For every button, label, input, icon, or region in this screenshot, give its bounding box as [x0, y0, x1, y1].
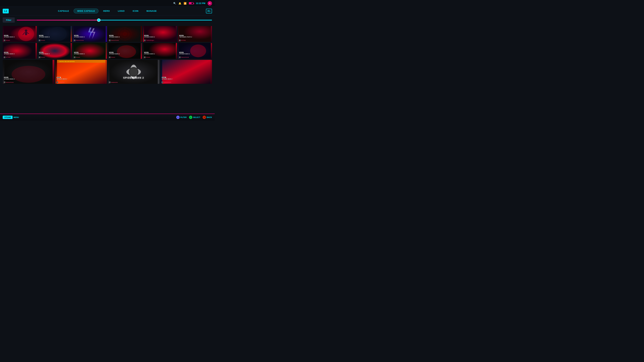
slider-track-inner	[17, 20, 212, 20]
a-button-icon[interactable]: A	[189, 116, 192, 119]
marvel-label: MARVEL	[4, 35, 8, 36]
game-logo: SPIDER-MAN 2	[123, 76, 144, 79]
game-title: SPIDER-MAN 2	[4, 78, 14, 80]
list-item[interactable]: MARVEL SPIDER-MAN 2 Monack	[38, 43, 72, 59]
game-thumbnail: MARVEL SPIDER-MAN 2	[160, 60, 212, 84]
r1-button[interactable]: R1	[206, 9, 212, 13]
bell-icon[interactable]: 🔔	[178, 2, 181, 5]
list-item[interactable]: MARVEL SPIDER-MAN 2 Monack	[3, 26, 37, 42]
author-avatar-icon	[109, 81, 110, 83]
b-button-icon[interactable]: B	[202, 116, 206, 119]
svg-point-24	[190, 44, 206, 57]
list-item[interactable]: MARVEL SPIDER-MAN 2 MassiveGoods	[73, 26, 107, 42]
marvel-label: MARVEL	[144, 52, 148, 53]
list-item[interactable]: DIGITAL DELUXE EDITION MARVEL SPIDER-MAN…	[55, 60, 107, 84]
filter-slider-container	[17, 19, 212, 21]
avatar[interactable]: ⊕	[208, 1, 212, 5]
game-title: SPIDER-MAN 2	[109, 53, 120, 55]
list-item[interactable]: MARVEL SPIDER-MAN 2 Unknown6949	[160, 60, 212, 84]
game-title: SPIDER-MAN 2	[162, 78, 172, 80]
nav-bar: L1 CAPSULE WIDE CAPSULE HERO LOGO ICON M…	[0, 7, 215, 15]
tab-capsule[interactable]: CAPSULE	[55, 9, 72, 13]
list-item[interactable]: MARVEL SPIDER-MAN 2 Monack	[73, 43, 107, 59]
author-name: Monack	[41, 57, 45, 58]
search-icon[interactable]: 🔍	[173, 2, 176, 5]
marvel-label: MARVEL	[109, 35, 113, 36]
list-item[interactable]: MARVEL SPIDER-MAN 2 Monack	[38, 26, 72, 42]
back-action: B BACK	[202, 116, 212, 119]
author-avatar-icon	[4, 81, 5, 83]
marvel-label: MARVEL	[39, 35, 43, 36]
l1-button[interactable]: L1	[3, 9, 9, 13]
slider-fill	[17, 20, 99, 20]
author-avatar-icon	[144, 56, 146, 58]
list-item[interactable]: MARVEL SPIDER-MAN 2 Monack	[108, 43, 142, 59]
game-title: SPIDER-MAN 2	[74, 36, 85, 38]
marvel-label: MARVEL	[57, 77, 61, 78]
author-name: MassiveGoods	[6, 82, 14, 83]
game-logo: MARVEL SPIDER-MAN 2	[4, 52, 14, 55]
marvel-label: MARVEL	[74, 35, 78, 36]
filter-button[interactable]: Filter	[3, 17, 15, 23]
author-row: MassiveGoods	[109, 39, 119, 41]
game-thumbnail: SPIDER-MAN 2	[108, 60, 160, 84]
game-title: SPIDER-MAN 2	[179, 53, 190, 55]
author-row: Monack	[109, 56, 115, 58]
author-avatar-icon	[144, 39, 146, 41]
tab-wide-capsule[interactable]: WIDE CAPSULE	[74, 8, 98, 13]
game-title: SPIDER-MAN 2	[123, 76, 144, 79]
list-item[interactable]: MARVEL SPIDER-MAN 2 Mr.Parks	[3, 43, 37, 59]
author-avatar-icon	[162, 81, 163, 83]
game-logo: MARVEL SPIDER-MAN 2	[4, 77, 14, 80]
svg-rect-34	[162, 60, 210, 84]
game-thumbnail: MARVEL SPIDER-MAN 2	[3, 60, 54, 84]
filter-slider-thumb[interactable]	[97, 18, 100, 22]
list-item[interactable]: MARVEL SPIDER-MAN 2 MassiveGoods	[3, 60, 54, 84]
tab-icon[interactable]: ICON	[129, 9, 142, 13]
grid-row-2: MARVEL SPIDER-MAN 2 Mr.Parks MARVEL SPID…	[3, 43, 212, 59]
author-row: Monack	[39, 39, 45, 41]
author-row: Monack	[74, 56, 80, 58]
x-button-icon[interactable]: X	[176, 116, 180, 119]
bottom-left: STEAM MENU	[3, 116, 19, 119]
tab-logo[interactable]: LOGO	[114, 9, 128, 13]
battery-icon	[189, 2, 194, 4]
tab-hero[interactable]: HERO	[100, 9, 113, 13]
author-name: khalidvamda	[111, 82, 118, 83]
list-item[interactable]: MARVEL SPIDER-MAN 2 Monack	[143, 43, 177, 59]
author-avatar-icon	[56, 81, 58, 83]
author-name: Monack	[76, 57, 80, 58]
game-logo: MARVEL SPIDER-MAN 2	[144, 35, 155, 38]
list-item[interactable]: SPIDER-MAN 2 khalidvamda	[108, 60, 160, 84]
game-logo: MARVEL SPIDER-MAN 2	[144, 52, 155, 55]
game-logo: MARVEL SPIDER-MAN 2	[109, 52, 120, 55]
game-title: SPIDER-MAN 2	[57, 78, 67, 80]
back-action-label: BACK	[206, 116, 212, 118]
author-row: Monack	[39, 56, 45, 58]
list-item[interactable]: MARVEL SPIDER-MAN 2 TheRedDragon	[143, 26, 177, 42]
game-logo: MARVEL SPIDER-MAN 2	[4, 35, 14, 38]
game-thumbnail: DIGITAL DELUXE EDITION MARVEL SPIDER-MAN…	[55, 60, 107, 84]
author-name: Mr.Parks	[6, 57, 10, 58]
author-name: Monack	[111, 57, 115, 58]
author-name: TheRedDragon	[146, 40, 154, 41]
list-item[interactable]: MARVEL SPIDER-MAN 2 MassiveGoods	[108, 26, 142, 42]
marvel-label: MARVEL	[4, 52, 8, 53]
author-row: Monack	[144, 56, 150, 58]
wifi-icon: 📶	[184, 2, 186, 5]
svg-text:DIGITAL DELUXE EDITION: DIGITAL DELUXE EDITION	[59, 61, 74, 62]
author-avatar-icon	[74, 39, 76, 41]
thumb-art	[3, 60, 54, 84]
slider-unfill	[99, 20, 212, 20]
filter-slider-track	[17, 20, 212, 20]
thumb-art	[108, 60, 160, 84]
game-logo: MARVEL SPIDER-MAN 2	[109, 35, 120, 38]
game-title: SPIDER-MAN 2	[74, 53, 85, 55]
list-item[interactable]: MARVEL ЧЕЛОВЕК-ПАУК 2 Mr.Parks	[178, 26, 212, 42]
list-item[interactable]: MARVEL SPIDER-MAN 2 MassiveGoods	[178, 43, 212, 59]
author-avatar-icon	[109, 56, 110, 58]
author-avatar-icon	[109, 39, 110, 41]
steam-button[interactable]: STEAM	[3, 116, 12, 119]
tab-manage[interactable]: MANAGE	[143, 9, 160, 13]
author-name: Mr.Parks	[181, 40, 186, 41]
